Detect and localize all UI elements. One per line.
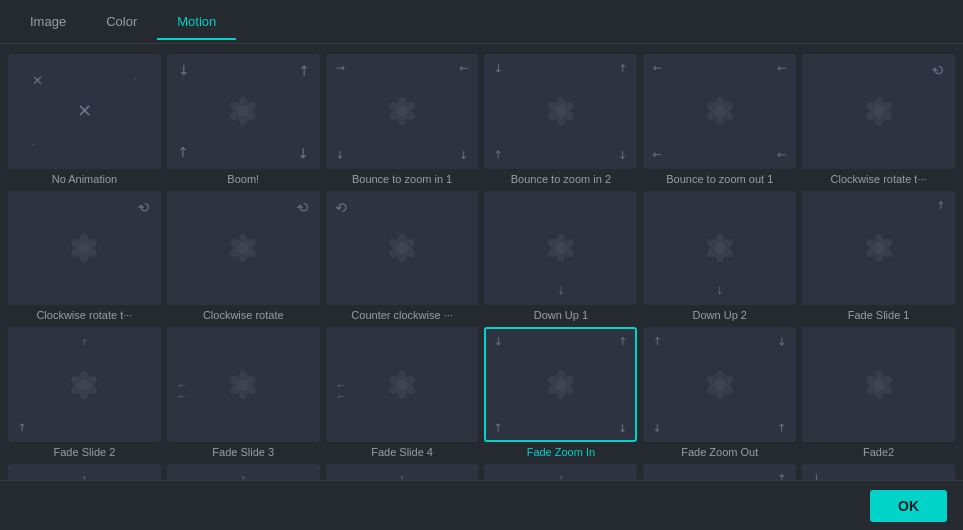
animation-item-fade2[interactable]: Fade2: [802, 327, 955, 458]
svg-point-48: [238, 243, 249, 254]
animation-label-fade-slide-4: Fade Slide 4: [326, 446, 479, 458]
animation-thumb-clockwise-rotate: ↻: [167, 191, 320, 306]
svg-point-83: [79, 379, 90, 390]
animation-thumb-flip-up1: ↑↓: [326, 464, 479, 480]
animation-thumb-bounce-zoom-in-1: ↙↖↗↘: [326, 54, 479, 169]
animation-item-flip-down1[interactable]: ↑↓Flip Down1: [8, 464, 161, 480]
animation-thumb-flip-down1: ↑↓: [8, 464, 161, 480]
animation-thumb-fade2: [802, 327, 955, 442]
animation-item-counter-clockwise[interactable]: ↺Counter clockwise ···: [326, 191, 479, 322]
svg-point-104: [556, 379, 567, 390]
animation-thumb-boom: ↖↗↙↘: [167, 54, 320, 169]
svg-point-97: [397, 379, 408, 390]
animation-thumb-down-up-1: ↓: [484, 191, 637, 306]
animation-label-fade-slide-1: Fade Slide 1: [802, 309, 955, 321]
animation-thumb-fade-slide-3: ←←: [167, 327, 320, 442]
svg-point-118: [873, 379, 884, 390]
animation-thumb-flip-down2: ↑↻: [167, 464, 320, 480]
animation-thumb-fade-zoom-in: ↖↗↙↘: [484, 327, 637, 442]
animation-item-bounce-zoom-in-1[interactable]: ↙↖↗↘Bounce to zoom in 1: [326, 54, 479, 185]
animation-label-fade2: Fade2: [802, 446, 955, 458]
animation-item-flip-up2[interactable]: ↑↓Flip Up2: [484, 464, 637, 480]
animation-label-bounce-zoom-in-1: Bounce to zoom in 1: [326, 173, 479, 185]
animation-thumb-fly-to-zoom-in: ↗↻: [643, 464, 796, 480]
svg-point-90: [238, 379, 249, 390]
animation-item-grow-shrink[interactable]: ↖↘Grow Shrink: [802, 464, 955, 480]
tab-color[interactable]: Color: [86, 4, 157, 39]
animation-label-boom: Boom!: [167, 173, 320, 185]
animation-label-down-up-2: Down Up 2: [643, 309, 796, 321]
svg-point-41: [79, 243, 90, 254]
svg-point-13: [397, 106, 408, 117]
svg-point-62: [556, 243, 567, 254]
animation-item-flip-up1[interactable]: ↑↓Flip Up1: [326, 464, 479, 480]
tab-image[interactable]: Image: [10, 4, 86, 39]
svg-point-34: [873, 106, 884, 117]
animation-label-bounce-zoom-in-2: Bounce to zoom in 2: [484, 173, 637, 185]
svg-point-111: [714, 379, 725, 390]
animation-item-clockwise-rotate-t1[interactable]: ↻Clockwise rotate t···: [802, 54, 955, 185]
animation-label-clockwise-rotate-t1: Clockwise rotate t···: [802, 173, 955, 185]
animation-item-fade-zoom-out[interactable]: ↘↙↗↖Fade Zoom Out: [643, 327, 796, 458]
animation-thumb-down-up-2: ↓: [643, 191, 796, 306]
animation-label-fade-zoom-in: Fade Zoom In: [484, 446, 637, 458]
animation-label-fade-slide-3: Fade Slide 3: [167, 446, 320, 458]
svg-point-55: [397, 243, 408, 254]
animation-item-boom[interactable]: ↖↗↙↘Boom!: [167, 54, 320, 185]
animation-thumb-no-animation: ✕··✕: [8, 54, 161, 169]
animation-thumb-fade-slide-1: ↗: [802, 191, 955, 306]
animation-thumb-bounce-zoom-in-2: ↖↗↙↘: [484, 54, 637, 169]
animation-item-bounce-zoom-out-1[interactable]: ↗↖↘↙Bounce to zoom out 1: [643, 54, 796, 185]
svg-point-69: [714, 243, 725, 254]
svg-point-76: [873, 243, 884, 254]
svg-point-20: [556, 106, 567, 117]
animation-item-down-up-1[interactable]: ↓Down Up 1: [484, 191, 637, 322]
animation-label-clockwise-rotate: Clockwise rotate: [167, 309, 320, 321]
content-area: ✕··✕No Animation ↖↗↙↘Boom! ↙↖↗↘Bounce to…: [0, 44, 963, 480]
animation-item-bounce-zoom-in-2[interactable]: ↖↗↙↘Bounce to zoom in 2: [484, 54, 637, 185]
animation-thumb-clockwise-rotate-t1: ↻: [802, 54, 955, 169]
animation-thumb-bounce-zoom-out-1: ↗↖↘↙: [643, 54, 796, 169]
ok-button[interactable]: OK: [870, 490, 947, 522]
animation-label-clockwise-rotate-t2: Clockwise rotate t···: [8, 309, 161, 321]
svg-point-27: [714, 106, 725, 117]
footer: OK: [0, 480, 963, 530]
animation-label-bounce-zoom-out-1: Bounce to zoom out 1: [643, 173, 796, 185]
animation-label-counter-clockwise: Counter clockwise ···: [326, 309, 479, 321]
animation-item-down-up-2[interactable]: ↓Down Up 2: [643, 191, 796, 322]
animation-thumb-clockwise-rotate-t2: ↻: [8, 191, 161, 306]
animation-label-down-up-1: Down Up 1: [484, 309, 637, 321]
svg-point-6: [238, 106, 249, 117]
animation-thumb-fade-zoom-out: ↘↙↗↖: [643, 327, 796, 442]
animation-thumb-flip-up2: ↑↓: [484, 464, 637, 480]
animation-item-fade-slide-2[interactable]: ↙↑Fade Slide 2: [8, 327, 161, 458]
animation-thumb-grow-shrink: ↖↘: [802, 464, 955, 480]
animation-item-flip-down2[interactable]: ↑↻Flip Down2: [167, 464, 320, 480]
animation-thumb-fade-slide-4: ←←: [326, 327, 479, 442]
animation-thumb-counter-clockwise: ↺: [326, 191, 479, 306]
animation-thumb-fade-slide-2: ↙↑: [8, 327, 161, 442]
animation-grid: ✕··✕No Animation ↖↗↙↘Boom! ↙↖↗↘Bounce to…: [8, 54, 955, 480]
animation-label-fade-zoom-out: Fade Zoom Out: [643, 446, 796, 458]
animation-item-clockwise-rotate-t2[interactable]: ↻Clockwise rotate t···: [8, 191, 161, 322]
animation-item-fade-slide-1[interactable]: ↗Fade Slide 1: [802, 191, 955, 322]
animation-item-fade-slide-3[interactable]: ←←Fade Slide 3: [167, 327, 320, 458]
animation-item-no-animation[interactable]: ✕··✕No Animation: [8, 54, 161, 185]
animation-item-fade-slide-4[interactable]: ←←Fade Slide 4: [326, 327, 479, 458]
animation-grid-container[interactable]: ✕··✕No Animation ↖↗↙↘Boom! ↙↖↗↘Bounce to…: [0, 44, 963, 480]
animation-label-no-animation: No Animation: [8, 173, 161, 185]
tab-bar: Image Color Motion: [0, 0, 963, 44]
dialog: Image Color Motion ✕··✕No Animation ↖↗↙↘…: [0, 0, 963, 530]
animation-label-fade-slide-2: Fade Slide 2: [8, 446, 161, 458]
tab-motion[interactable]: Motion: [157, 4, 236, 39]
animation-item-fade-zoom-in[interactable]: ↖↗↙↘Fade Zoom In: [484, 327, 637, 458]
animation-item-clockwise-rotate[interactable]: ↻Clockwise rotate: [167, 191, 320, 322]
animation-item-fly-to-zoom-in[interactable]: ↗↻Fly to zoom in: [643, 464, 796, 480]
